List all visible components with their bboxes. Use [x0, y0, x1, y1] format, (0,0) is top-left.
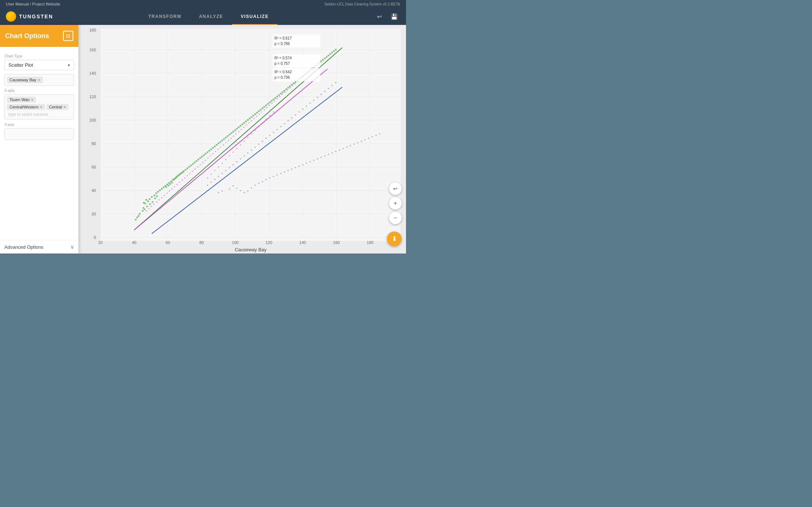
- svg-text:×: ×: [174, 185, 176, 188]
- svg-text:×: ×: [221, 162, 223, 165]
- svg-text:×: ×: [136, 216, 138, 219]
- svg-text:×: ×: [263, 108, 265, 111]
- svg-text:×: ×: [276, 128, 278, 131]
- svg-text:×: ×: [176, 183, 178, 186]
- tag-tsuen-wan-remove[interactable]: ×: [31, 97, 33, 102]
- zoom-out-button[interactable]: −: [389, 212, 402, 224]
- svg-text:×: ×: [214, 178, 216, 181]
- svg-text:×: ×: [276, 97, 278, 100]
- svg-text:×: ×: [221, 189, 223, 193]
- svg-text:180: 180: [89, 28, 96, 32]
- svg-text:×: ×: [233, 134, 235, 138]
- svg-text:×: ×: [218, 175, 219, 178]
- x-axis-label: X-axis: [4, 89, 74, 93]
- svg-text:×: ×: [179, 181, 181, 184]
- svg-text:120: 120: [266, 240, 272, 245]
- svg-text:×: ×: [194, 167, 196, 171]
- svg-text:×: ×: [346, 145, 348, 149]
- advanced-options-chevron-icon: ∨: [70, 244, 74, 250]
- svg-text:×: ×: [148, 207, 150, 210]
- y-axis-tags-row: Causeway Bay ×: [4, 74, 74, 86]
- svg-text:×: ×: [156, 200, 158, 204]
- svg-text:120: 120: [89, 95, 96, 99]
- svg-text:×: ×: [232, 184, 234, 188]
- tag-central-western-remove[interactable]: ×: [40, 105, 42, 109]
- chart-type-select[interactable]: Scatter Plot ▾: [4, 60, 74, 70]
- svg-text:×: ×: [335, 81, 337, 84]
- svg-text:×: ×: [228, 139, 229, 142]
- zoom-in-button[interactable]: +: [389, 197, 402, 210]
- svg-text:×: ×: [236, 186, 238, 190]
- svg-text:×: ×: [181, 178, 183, 182]
- top-bar-right: Seldon-UCL Data Cleaning System v0.2-BET…: [324, 2, 400, 6]
- svg-text:×: ×: [331, 151, 333, 155]
- svg-text:×: ×: [379, 132, 381, 136]
- svg-text:×: ×: [214, 169, 216, 172]
- svg-text:×: ×: [291, 116, 293, 119]
- nav-transform[interactable]: TRANSFORM: [140, 9, 190, 25]
- y-axis-tags-row[interactable]: [4, 128, 74, 140]
- chart-type-value: Scatter Plot: [8, 62, 68, 68]
- nav-analyze[interactable]: ANALYZE: [190, 9, 232, 25]
- x-axis-input-placeholder[interactable]: type to select columns: [7, 111, 50, 117]
- nav-links: TRANSFORM ANALYZE VISUALIZE: [64, 8, 353, 25]
- svg-text:×: ×: [258, 143, 260, 146]
- svg-text:×: ×: [258, 182, 260, 185]
- svg-text:80: 80: [199, 240, 204, 245]
- zoom-controls: ↩ + −: [389, 182, 402, 224]
- svg-text:×: ×: [317, 96, 318, 99]
- logo-text: TUNGSTEN: [19, 14, 53, 19]
- svg-text:×: ×: [138, 214, 140, 218]
- tag-tsuen-wan-label: Tsuen Wan: [10, 97, 30, 102]
- svg-text:0: 0: [94, 235, 96, 240]
- svg-text:×: ×: [254, 145, 256, 149]
- svg-text:×: ×: [273, 131, 274, 134]
- advanced-options-row[interactable]: Advanced Options ∨: [0, 240, 78, 253]
- svg-text:×: ×: [240, 143, 241, 147]
- svg-text:×: ×: [256, 115, 258, 118]
- svg-text:×: ×: [243, 140, 245, 143]
- svg-text:×: ×: [271, 101, 273, 105]
- tag-causeway-bay-remove[interactable]: ×: [38, 78, 40, 82]
- undo-button[interactable]: ↩: [375, 12, 384, 22]
- svg-text:×: ×: [273, 175, 274, 178]
- svg-text:×: ×: [313, 159, 315, 162]
- svg-text:×: ×: [295, 166, 296, 169]
- top-bar-left: User Manual / Project Website: [6, 2, 60, 6]
- svg-text:R² = 0.617: R² = 0.617: [274, 36, 292, 40]
- svg-text:×: ×: [284, 90, 286, 94]
- svg-text:×: ×: [253, 117, 255, 120]
- svg-text:×: ×: [240, 128, 242, 131]
- download-button[interactable]: ⬇: [387, 232, 402, 246]
- tag-central-remove[interactable]: ×: [63, 105, 66, 109]
- svg-text:×: ×: [335, 48, 337, 51]
- panel-collapse-button[interactable]: ⊟: [63, 31, 73, 41]
- svg-text:×: ×: [281, 93, 283, 96]
- svg-text:×: ×: [229, 154, 230, 158]
- svg-text:×: ×: [210, 181, 212, 184]
- logo-area: TUNGSTEN: [6, 11, 53, 22]
- svg-text:×: ×: [375, 134, 377, 137]
- svg-text:140: 140: [89, 71, 96, 75]
- svg-text:×: ×: [269, 104, 270, 107]
- svg-text:×: ×: [197, 165, 199, 169]
- svg-text:×: ×: [280, 125, 282, 128]
- svg-text:×: ×: [229, 187, 230, 190]
- svg-text:×: ×: [266, 106, 268, 109]
- chart-type-arrow-icon: ▾: [68, 63, 70, 68]
- svg-text:×: ×: [328, 87, 329, 90]
- svg-text:×: ×: [251, 148, 252, 152]
- svg-text:×: ×: [210, 154, 211, 158]
- tag-causeway-bay: Causeway Bay ×: [7, 77, 43, 83]
- svg-text:×: ×: [240, 157, 241, 160]
- nav-visualize[interactable]: VISUALIZE: [232, 9, 277, 25]
- svg-text:×: ×: [145, 209, 147, 212]
- svg-text:×: ×: [235, 132, 237, 136]
- x-axis-tags-row[interactable]: Tsuen Wan × Central/Western × Central × …: [4, 94, 74, 120]
- save-button[interactable]: 💾: [388, 12, 400, 22]
- chart-undo-button[interactable]: ↩: [389, 182, 402, 195]
- panel-header: Chart Options ⊟: [0, 25, 78, 47]
- svg-text:×: ×: [243, 154, 245, 158]
- svg-text:×: ×: [320, 156, 322, 159]
- svg-text:×: ×: [247, 189, 249, 193]
